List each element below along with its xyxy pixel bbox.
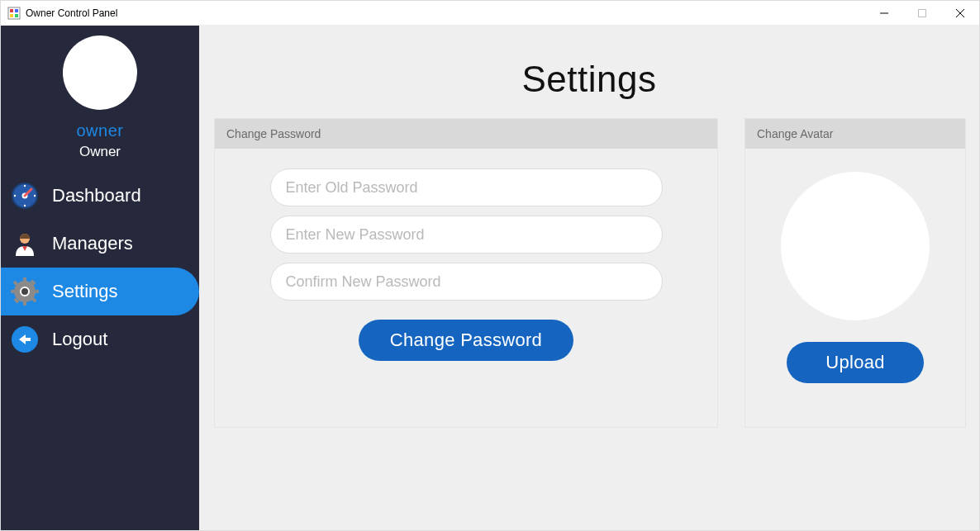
maximize-button bbox=[903, 1, 941, 26]
upload-button[interactable]: Upload bbox=[787, 342, 924, 383]
logout-icon bbox=[9, 324, 40, 355]
sidebar-item-label: Settings bbox=[52, 281, 118, 302]
svg-point-15 bbox=[24, 205, 26, 206]
svg-rect-21 bbox=[34, 290, 39, 293]
old-password-input[interactable] bbox=[270, 168, 663, 206]
page-title: Settings bbox=[199, 59, 979, 100]
sidebar-item-label: Dashboard bbox=[52, 185, 141, 206]
change-password-header: Change Password bbox=[215, 119, 717, 149]
sidebar-nav: Dashboard Managers bbox=[1, 172, 199, 363]
sidebar-profile: owner Owner bbox=[1, 26, 199, 160]
app-icon bbox=[7, 7, 21, 20]
svg-rect-1 bbox=[10, 9, 13, 12]
window-title: Owner Control Panel bbox=[26, 7, 117, 19]
titlebar: Owner Control Panel bbox=[1, 1, 979, 26]
svg-point-13 bbox=[34, 195, 36, 197]
managers-icon bbox=[9, 228, 40, 259]
svg-point-12 bbox=[24, 185, 26, 187]
settings-icon bbox=[9, 276, 40, 307]
avatar bbox=[63, 36, 137, 110]
sidebar-role: Owner bbox=[79, 144, 121, 160]
change-password-panel: Change Password Change Password bbox=[214, 118, 718, 428]
svg-rect-18 bbox=[23, 277, 26, 282]
sidebar-username: owner bbox=[77, 121, 124, 140]
sidebar-item-label: Logout bbox=[52, 329, 107, 350]
sidebar: owner Owner bbox=[1, 26, 199, 530]
new-password-input[interactable] bbox=[270, 216, 663, 254]
minimize-button[interactable] bbox=[865, 1, 903, 26]
panels-row: Change Password Change Password Change A… bbox=[199, 100, 979, 428]
change-avatar-header: Change Avatar bbox=[745, 119, 965, 149]
window-controls bbox=[865, 1, 979, 26]
svg-point-14 bbox=[14, 195, 16, 197]
svg-rect-3 bbox=[10, 14, 13, 17]
main-content: Settings Change Password Change Password… bbox=[199, 26, 979, 530]
sidebar-item-settings[interactable]: Settings bbox=[1, 268, 199, 315]
sidebar-item-dashboard[interactable]: Dashboard bbox=[1, 172, 199, 220]
sidebar-item-label: Managers bbox=[52, 233, 133, 254]
svg-rect-19 bbox=[23, 301, 26, 306]
svg-rect-2 bbox=[15, 9, 18, 12]
svg-rect-20 bbox=[11, 290, 16, 293]
svg-point-27 bbox=[21, 288, 28, 295]
dashboard-icon bbox=[9, 180, 40, 211]
confirm-password-input[interactable] bbox=[270, 263, 663, 301]
app-window: Owner Control Panel owner Owner bbox=[0, 0, 980, 531]
change-avatar-panel: Change Avatar Upload bbox=[745, 118, 966, 428]
svg-rect-6 bbox=[919, 9, 926, 17]
change-password-button[interactable]: Change Password bbox=[359, 320, 573, 361]
sidebar-item-logout[interactable]: Logout bbox=[1, 315, 199, 363]
close-button[interactable] bbox=[941, 1, 979, 26]
sidebar-item-managers[interactable]: Managers bbox=[1, 220, 199, 268]
svg-rect-4 bbox=[15, 14, 18, 17]
avatar-preview bbox=[781, 172, 930, 320]
